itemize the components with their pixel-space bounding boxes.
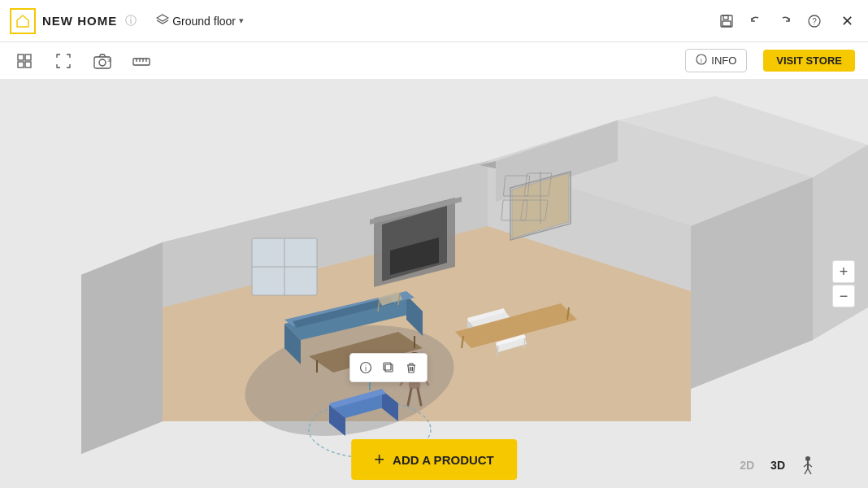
help-icon[interactable]: ? [803, 10, 826, 33]
info-icon[interactable]: ⓘ [125, 14, 137, 28]
app-title: NEW HOME [42, 14, 117, 28]
svg-rect-86 [385, 364, 393, 372]
svg-rect-3 [723, 21, 731, 26]
svg-line-73 [497, 346, 498, 356]
svg-point-11 [99, 59, 106, 66]
room-scene [0, 80, 868, 488]
svg-rect-13 [133, 59, 150, 65]
svg-text:i: i [365, 364, 367, 373]
view-3d-button[interactable]: 3D [766, 455, 790, 475]
view-2d-button[interactable]: 2D [735, 455, 759, 475]
add-icon: + [374, 449, 384, 470]
info-label: INFO [711, 54, 736, 67]
add-product-button[interactable]: + ADD A PRODUCT [351, 439, 517, 480]
grid-view-button[interactable] [13, 50, 36, 72]
chevron-down-icon: ▾ [239, 15, 244, 26]
zoom-in-button[interactable]: + [832, 260, 855, 283]
svg-text:i: i [701, 57, 702, 64]
floor-label: Ground floor [172, 15, 236, 28]
svg-rect-87 [384, 363, 391, 370]
close-icon[interactable]: ✕ [835, 10, 858, 33]
save-icon[interactable] [715, 10, 738, 33]
svg-rect-6 [18, 54, 24, 60]
svg-rect-9 [25, 62, 31, 68]
svg-point-91 [805, 456, 810, 461]
svg-text:?: ? [812, 17, 817, 26]
zoom-out-button[interactable]: − [832, 285, 855, 307]
add-product-label: ADD A PRODUCT [393, 453, 494, 467]
furniture-context-menu: i [349, 353, 427, 382]
visit-store-button[interactable]: VISIT STORE [763, 50, 855, 72]
svg-marker-0 [157, 15, 168, 21]
svg-line-96 [808, 468, 811, 474]
svg-line-74 [524, 338, 525, 348]
bottom-bar: + ADD A PRODUCT [351, 439, 517, 480]
svg-rect-2 [723, 15, 728, 20]
furniture-info-button[interactable]: i [355, 357, 376, 378]
floor-selector[interactable]: Ground floor ▾ [156, 13, 244, 28]
zoom-controls: + − [832, 260, 855, 307]
view-modes: 2D 3D [735, 454, 819, 477]
logo-icon [10, 8, 36, 34]
fullscreen-button[interactable] [52, 50, 75, 72]
furniture-duplicate-button[interactable] [378, 357, 399, 378]
floor-layers-icon [156, 13, 169, 28]
redo-icon[interactable] [774, 10, 796, 33]
toolbar: 3D i INFO VISIT STORE [0, 42, 868, 80]
svg-marker-26 [813, 145, 868, 340]
header-right: ? ✕ [715, 10, 858, 33]
camera-button[interactable]: 3D [91, 50, 114, 72]
info-icon: i [696, 54, 707, 68]
furniture-delete-button[interactable] [401, 357, 422, 378]
undo-icon[interactable] [744, 10, 767, 33]
header: NEW HOME ⓘ Ground floor ▾ [0, 0, 868, 42]
svg-rect-7 [25, 54, 31, 60]
svg-text:3D: 3D [107, 58, 111, 63]
main-canvas: i + − + ADD A PRODUCT [0, 80, 868, 488]
svg-marker-29 [81, 242, 163, 454]
info-button[interactable]: i INFO [685, 49, 747, 72]
svg-rect-8 [18, 62, 24, 68]
ruler-button[interactable] [130, 50, 153, 72]
person-view-button[interactable] [796, 454, 819, 477]
svg-line-95 [805, 468, 808, 474]
